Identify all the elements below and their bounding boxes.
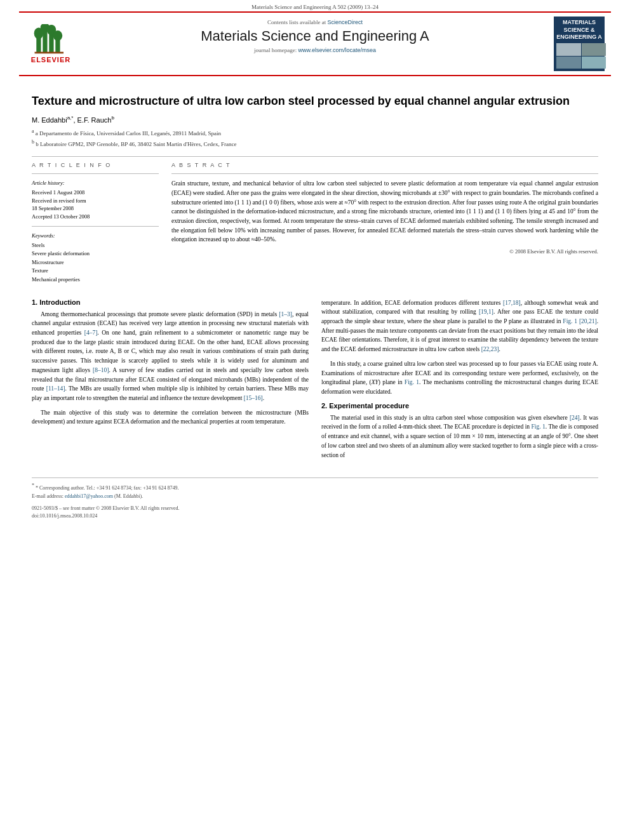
- doi-text: doi:10.1016/j.msea.2008.10.024: [32, 513, 97, 519]
- article-title: Texture and microstructure of ultra low …: [32, 94, 598, 109]
- received-revised-line: Received in revised form18 September 200…: [32, 197, 159, 213]
- article-info-block: Article history: Received 1 August 2008 …: [32, 179, 159, 284]
- body-section: 1. Introduction Among thermomechanical p…: [32, 298, 598, 465]
- msea-line2: SCIENCE &: [563, 27, 594, 33]
- section2-title: 2. Experimental procedure: [321, 402, 598, 410]
- msea-img-3: [556, 57, 581, 69]
- received-line: Received 1 August 2008: [32, 189, 159, 197]
- footnote-mark: *: [32, 483, 34, 488]
- divider-info: [32, 173, 159, 174]
- svg-point-7: [53, 30, 63, 41]
- msea-img-4: [582, 57, 607, 69]
- elsevier-logo: ELSEVIER: [31, 24, 70, 63]
- section1-para2: The main objective of this study was to …: [32, 408, 309, 427]
- ref-11-14: [11–14]: [46, 385, 65, 392]
- section2-para1: The material used in this study is an ul…: [321, 413, 598, 460]
- divider-kw: [32, 226, 159, 227]
- svg-rect-2: [49, 33, 53, 53]
- affil-sup-b: b: [111, 115, 114, 121]
- keywords-list: Steels Severe plastic deformation Micros…: [32, 241, 159, 284]
- sciencedirect-label: Contents lists available at: [267, 19, 326, 25]
- accepted-line: Accepted 13 October 2008: [32, 213, 159, 221]
- affil-sup-a: a,*: [67, 115, 74, 121]
- ref-20-21: [20,21]: [579, 318, 597, 324]
- msea-logo-box: MATERIALS SCIENCE & ENGINEERING A: [554, 17, 605, 71]
- ref-fig1-c: Fig. 1: [532, 423, 546, 430]
- affiliations: a a Departamento de Física, Universidad …: [32, 128, 598, 149]
- email-label: E-mail address:: [32, 493, 64, 499]
- info-abstract-section: A R T I C L E I N F O Article history: R…: [32, 162, 598, 289]
- keyword-4: Texture: [32, 267, 159, 276]
- elsevier-logo-area: ELSEVIER: [19, 17, 83, 71]
- homepage-label: journal homepage:: [254, 47, 297, 53]
- abstract-text: Grain structure, texture, and mechanical…: [171, 179, 598, 244]
- footnote-star-line: * * Corresponding author. Tel.: +34 91 6…: [32, 482, 598, 492]
- section1-para1: Among thermomechanical processings that …: [32, 310, 309, 403]
- svg-rect-8: [35, 52, 64, 54]
- ref-19-1: [19,1]: [479, 309, 493, 315]
- keyword-2: Severe plastic deformation: [32, 250, 159, 258]
- svg-rect-1: [43, 30, 47, 53]
- elsevier-tree-icon: [32, 24, 70, 56]
- email-address[interactable]: eddahbi17@yahoo.com: [65, 493, 113, 499]
- msea-line1: MATERIALS: [563, 19, 596, 25]
- homepage-link[interactable]: www.elsevier.com/locate/msea: [298, 47, 376, 53]
- divider-abstract: [171, 173, 598, 174]
- msea-img-1: [556, 43, 581, 56]
- divider-1: [32, 156, 598, 157]
- affil-a-text: a Departamento de Física, Universidad Ca…: [36, 130, 221, 137]
- doi-line: doi:10.1016/j.msea.2008.10.024: [32, 512, 598, 521]
- ref-fig1-a: Fig. 1: [563, 318, 577, 324]
- body-col-left: 1. Introduction Among thermomechanical p…: [32, 298, 309, 465]
- footnote-star-text: * Corresponding author. Tel.: +34 91 624…: [36, 485, 178, 491]
- journal-header: ELSEVIER Contents lists available at Sci…: [19, 11, 611, 76]
- keyword-1: Steels: [32, 241, 159, 250]
- article-info-heading: A R T I C L E I N F O: [32, 162, 159, 168]
- section1-para1-right: temperature. In addition, ECAE deformati…: [321, 298, 598, 354]
- section1-para2-right: In this study, a coarse grained ultra lo…: [321, 359, 598, 397]
- section1-title: 1. Introduction: [32, 298, 309, 306]
- journal-citation-text: Materials Science and Engineering A 502 …: [251, 4, 379, 10]
- keywords-label: Keywords:: [32, 232, 159, 240]
- msea-img-2: [582, 43, 607, 56]
- affil-b-text: b Laboratoire GPM2, INP Grenoble, BP 46,…: [36, 141, 236, 147]
- issn-text: 0921-5093/$ – see front matter © 2008 El…: [32, 505, 180, 511]
- msea-images: [556, 43, 606, 69]
- issn-line: 0921-5093/$ – see front matter © 2008 El…: [32, 505, 598, 513]
- ref-4-7: [4–7]: [84, 330, 98, 336]
- history-block: Article history: Received 1 August 2008 …: [32, 179, 159, 221]
- ref-fig1-b: Fig. 1: [405, 379, 419, 385]
- ref-24: [24]: [570, 415, 580, 421]
- affil-b-line: b b Laboratoire GPM2, INP Grenoble, BP 4…: [32, 138, 598, 149]
- journal-homepage-line: journal homepage: www.elsevier.com/locat…: [89, 47, 541, 53]
- main-content: Texture and microstructure of ultra low …: [0, 76, 630, 527]
- journal-title: Materials Science and Engineering A: [89, 28, 541, 44]
- journal-citation: Materials Science and Engineering A 502 …: [0, 0, 630, 11]
- copyright-line: © 2008 Elsevier B.V. All rights reserved…: [171, 248, 598, 255]
- history-label: Article history:: [32, 179, 159, 187]
- body-col-right: temperature. In addition, ECAE deformati…: [321, 298, 598, 465]
- email-who: (M. Eddahbi).: [114, 493, 143, 499]
- section2-title-text: Experimental procedure: [329, 402, 409, 410]
- affil-b-sup: b: [32, 139, 34, 145]
- ref-22-23: [22,23]: [481, 346, 499, 352]
- sciencedirect-line: Contents lists available at ScienceDirec…: [89, 19, 541, 25]
- ref-1-3: [1–3]: [279, 311, 292, 317]
- authors-line: M. Eddahbia,*, E.F. Rauchb: [32, 115, 598, 124]
- msea-line3: ENGINEERING A: [556, 34, 602, 40]
- ref-15-16: [15–16]: [244, 395, 263, 401]
- section1-title-text: Introduction: [39, 298, 80, 306]
- abstract-heading: A B S T R A C T: [171, 162, 598, 168]
- article-info-col: A R T I C L E I N F O Article history: R…: [32, 162, 159, 289]
- journal-title-area: Contents lists available at ScienceDirec…: [83, 17, 547, 71]
- keywords-block: Keywords: Steels Severe plastic deformat…: [32, 232, 159, 284]
- keyword-5: Mechanical properties: [32, 276, 159, 284]
- section1-number: 1.: [32, 298, 37, 306]
- email-line: E-mail address: eddahbi17@yahoo.com (M. …: [32, 493, 598, 501]
- affil-a-sup: a: [32, 128, 34, 134]
- footer-area: * * Corresponding author. Tel.: +34 91 6…: [32, 477, 598, 521]
- abstract-col: A B S T R A C T Grain structure, texture…: [171, 162, 598, 289]
- affil-a-line: a a Departamento de Física, Universidad …: [32, 128, 598, 138]
- sciencedirect-link[interactable]: ScienceDirect: [327, 19, 363, 25]
- elsevier-brand-text: ELSEVIER: [31, 56, 70, 63]
